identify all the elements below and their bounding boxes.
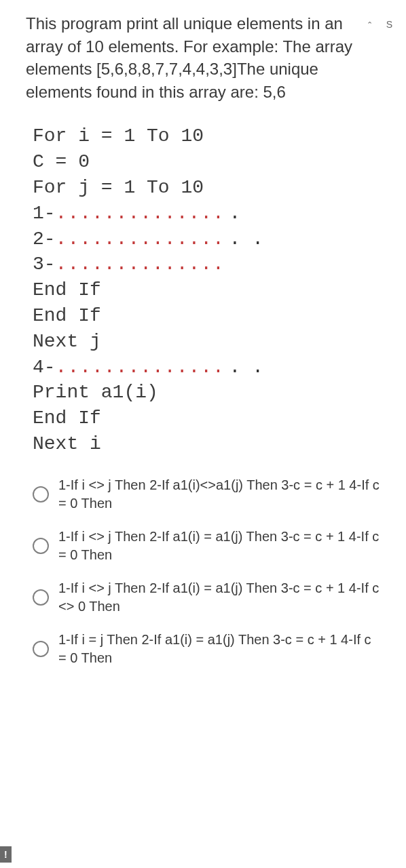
code-line: For i = 1 To 10	[33, 123, 380, 149]
blank-suffix: . .	[229, 355, 263, 380]
blank-suffix: . .	[229, 226, 263, 252]
code-line: Next i	[33, 431, 380, 457]
blank-line-1: 1- ............................ .	[33, 201, 380, 226]
radio-icon[interactable]	[33, 589, 49, 606]
alert-badge: !	[0, 846, 12, 863]
radio-icon[interactable]	[33, 641, 49, 657]
code-line: C = 0	[33, 149, 380, 175]
blank-dots: ............................	[56, 201, 225, 226]
radio-icon[interactable]	[33, 486, 49, 502]
question-text: This program print all unique elements i…	[26, 12, 380, 103]
blank-line-2: 2- ........................... . .	[33, 226, 380, 252]
code-line: Next j	[33, 329, 380, 355]
top-right-controls: ⌃ S	[367, 19, 392, 30]
option-row[interactable]: 1-If i <> j Then 2-If a1(i) = a1(j) Then…	[33, 528, 380, 564]
option-text: 1-If i <> j Then 2-If a1(i)<>a1(j) Then …	[58, 476, 380, 513]
option-row[interactable]: 1-If i = j Then 2-If a1(i) = a1(j) Then …	[33, 631, 380, 667]
code-line: End If	[33, 406, 380, 431]
code-line: End If	[33, 303, 380, 329]
code-line: Print a1(i)	[33, 380, 380, 406]
option-text: 1-If i <> j Then 2-If a1(i) = a1(j) Then…	[58, 528, 380, 564]
option-row[interactable]: 1-If i <> j Then 2-If a1(i) = a1(j) Then…	[33, 579, 380, 616]
blank-line-3: 3- .............................	[33, 252, 380, 277]
main-container: This program print all unique elements i…	[0, 0, 406, 667]
chevron-up-icon: ⌃	[367, 20, 373, 29]
blank-dots: ...........................	[56, 226, 225, 252]
blank-prefix: 4-	[33, 355, 56, 380]
blank-suffix: .	[229, 201, 241, 226]
blank-line-4: 4- .......................... . .	[33, 355, 380, 380]
blank-prefix: 3-	[33, 252, 56, 277]
code-line: For j = 1 To 10	[33, 175, 380, 201]
option-text: 1-If i <> j Then 2-If a1(i) = a1(j) Then…	[58, 579, 380, 616]
code-line: End If	[33, 277, 380, 303]
blank-prefix: 1-	[33, 201, 56, 226]
s-indicator: S	[386, 19, 392, 30]
code-block: For i = 1 To 10 C = 0 For j = 1 To 10 1-…	[26, 123, 380, 456]
blank-dots: ..........................	[56, 355, 225, 380]
blank-dots: .............................	[56, 252, 225, 277]
radio-icon[interactable]	[33, 538, 49, 554]
options-list: 1-If i <> j Then 2-If a1(i)<>a1(j) Then …	[26, 476, 380, 667]
option-row[interactable]: 1-If i <> j Then 2-If a1(i)<>a1(j) Then …	[33, 476, 380, 513]
blank-prefix: 2-	[33, 226, 56, 252]
option-text: 1-If i = j Then 2-If a1(i) = a1(j) Then …	[58, 631, 380, 667]
